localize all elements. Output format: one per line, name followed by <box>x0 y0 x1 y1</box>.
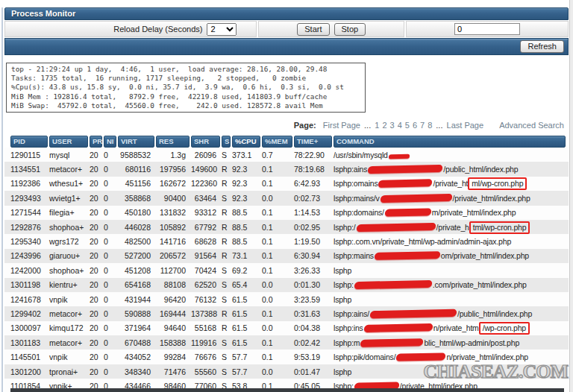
page-number-links: 12345678 <box>373 121 433 130</box>
cell-mem: 0.1 <box>262 338 292 347</box>
page-link-5[interactable]: 5 <box>405 121 410 130</box>
advanced-search-link[interactable]: Advanced Search <box>499 121 564 130</box>
cell-virt: 9588532 <box>118 151 154 159</box>
cell-mem: 0.1 <box>262 208 292 217</box>
cell-pid: 1301183 <box>10 338 48 347</box>
cell-time: 78:19.68 <box>294 165 332 174</box>
cell-cpu: 65.4 <box>232 280 260 289</box>
counter-input[interactable] <box>454 23 520 35</box>
page-label: Page: <box>294 121 316 130</box>
cell-pid: 1241678 <box>10 295 48 304</box>
column-header-pr[interactable]: PR <box>90 136 102 148</box>
cell-ni: 0 <box>104 323 116 332</box>
column-header-ni[interactable]: NI <box>104 136 116 148</box>
column-header-s[interactable]: S <box>222 136 231 148</box>
page-link-4[interactable]: 4 <box>398 121 402 130</box>
process-row: 1192386wthesu1+200451156162672122360R92.… <box>4 177 569 191</box>
page-link-7[interactable]: 7 <box>420 121 425 130</box>
cell-cpu: 373.1 <box>232 151 260 159</box>
column-header-cpu[interactable]: %CPU <box>232 136 260 148</box>
cell-pr: 20 <box>90 194 102 203</box>
start-button[interactable]: Start <box>297 23 329 36</box>
cell-time: 3:26.33 <box>294 266 332 275</box>
scrollbar-track[interactable] <box>569 0 573 392</box>
cell-user: mysql <box>49 151 88 159</box>
command-text: lsphp:domains/ <box>334 208 384 217</box>
watermark: CHIASEAZ.COM <box>423 361 568 383</box>
cell-mem: 0.1 <box>262 179 292 188</box>
column-header-res[interactable]: RES <box>156 136 190 148</box>
cell-time: 0:01.30 <box>294 280 332 289</box>
cell-virt: 654168 <box>118 280 154 289</box>
red-scribble-redaction <box>354 280 432 289</box>
cell-s: R <box>222 323 231 332</box>
refresh-button[interactable]: Refresh <box>520 40 564 53</box>
command-text: lsphp:ains/ <box>334 309 369 318</box>
command-text: lsphp <box>334 367 351 376</box>
command-text: lsphp <box>334 266 351 275</box>
cell-command: lsphp:domains/m/private_html/index.php <box>334 208 566 217</box>
red-scribble-redaction <box>368 165 443 174</box>
cell-s: S <box>222 353 231 361</box>
cell-pid: 1292876 <box>10 223 48 232</box>
cell-shr: 55168 <box>191 323 220 332</box>
red-scribble-redaction <box>370 309 457 318</box>
cell-ni: 0 <box>104 194 116 203</box>
cell-res: 169444 <box>156 309 190 318</box>
page-link-1[interactable]: 1 <box>375 121 379 130</box>
cell-user: filegia+ <box>49 208 88 217</box>
cell-virt: 680116 <box>118 165 154 174</box>
process-row: 1292876shophoa+20044602810589267792R88.5… <box>4 220 569 234</box>
first-page-link[interactable]: First Page <box>323 121 360 130</box>
cell-res: 96420 <box>156 295 190 304</box>
cell-pr: 20 <box>90 251 102 260</box>
refresh-bar: Refresh <box>4 38 569 55</box>
cell-ni: 0 <box>104 151 116 159</box>
cell-virt: 434052 <box>118 353 154 361</box>
cell-shr: 119916 <box>191 338 220 347</box>
page-link-6[interactable]: 6 <box>413 121 417 130</box>
stop-button[interactable]: Stop <box>334 23 366 36</box>
cell-cpu: 61.5 <box>232 338 260 347</box>
process-row: 1290115mysql20095885321.3g26096S373.10.7… <box>4 148 569 162</box>
cell-mem: 0.1 <box>262 309 292 318</box>
cell-time: 6:42.93 <box>294 179 332 188</box>
cell-user: tpronai+ <box>49 367 88 376</box>
column-header-pid[interactable]: PID <box>10 136 48 148</box>
cell-cpu: 57.7 <box>232 367 260 376</box>
last-page-link[interactable]: Last Page <box>447 121 484 130</box>
reload-delay-select[interactable]: 2 <box>207 23 237 36</box>
red-scribble-redaction <box>378 180 433 189</box>
command-text: lsphp:ains <box>334 165 367 174</box>
process-row: 1134551metacor+200680116197956149600R92.… <box>4 162 569 176</box>
page-link-3[interactable]: 3 <box>390 121 395 130</box>
bottom-divider-bar <box>10 388 564 392</box>
column-header-shr[interactable]: SHR <box>191 136 220 148</box>
command-text: /private_h <box>436 223 469 232</box>
cell-mem: 0.0 <box>262 280 292 289</box>
command-text: lsphp:mains <box>334 251 374 260</box>
red-scribble-redaction <box>363 323 433 332</box>
column-header-time[interactable]: TIME+ <box>294 136 332 148</box>
page-link-2[interactable]: 2 <box>382 121 386 130</box>
cell-pid: 1134551 <box>10 165 48 174</box>
cell-pid: 1145501 <box>10 353 48 361</box>
cell-ni: 0 <box>104 179 116 188</box>
cell-user: vnpik <box>49 295 88 304</box>
cell-virt: 446028 <box>118 223 154 232</box>
red-scribble-redaction <box>374 252 440 261</box>
column-header-user[interactable]: USER <box>49 136 88 148</box>
cell-pr: 20 <box>90 323 102 332</box>
command-text: lsphp: <box>334 280 354 289</box>
cell-ni: 0 <box>104 295 116 304</box>
column-header-virt[interactable]: VIRT <box>118 136 154 148</box>
column-header-command[interactable]: COMMAND <box>334 136 566 148</box>
process-row: 1271544filegia+20045018013183293312R88.5… <box>4 206 569 220</box>
cell-user: wthesu1+ <box>49 179 88 188</box>
cell-pr: 20 <box>90 266 102 275</box>
cell-res: 158388 <box>156 338 190 347</box>
column-header-mem[interactable]: %MEM <box>262 136 292 148</box>
top-output-box: top - 21:29:24 up 1 day, 4:46, 1 user, l… <box>6 63 366 113</box>
cell-shr: 137388 <box>191 309 220 318</box>
page-link-8[interactable]: 8 <box>428 121 432 130</box>
